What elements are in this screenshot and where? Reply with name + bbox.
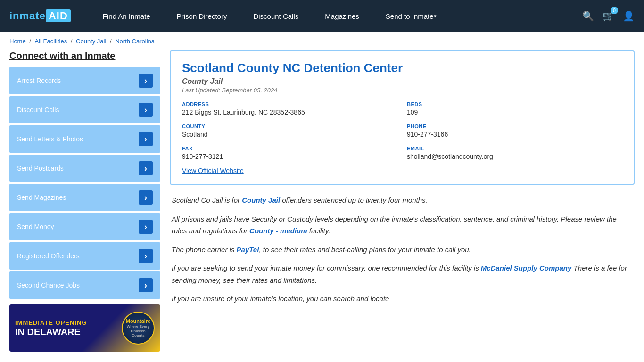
ad-immediate-text: IMMEDIATE OPENING (15, 319, 87, 326)
fax-label: FAX (182, 146, 397, 151)
phone-block: PHONE 910-277-3166 (407, 123, 622, 138)
nav-magazines[interactable]: Magazines (312, 0, 372, 32)
sidebar: Connect with an Inmate Arrest Records › … (9, 50, 160, 352)
nav-find-inmate[interactable]: Find An Inmate (90, 0, 164, 32)
county-jail-link[interactable]: County Jail (242, 196, 280, 204)
phone-value: 910-277-3166 (407, 131, 622, 138)
facility-updated: Last Updated: September 05, 2024 (182, 87, 622, 94)
ad-banner[interactable]: IMMEDIATE OPENING IN DELAWARE Mountaire … (9, 304, 160, 352)
official-website-link[interactable]: View Official Website (182, 167, 622, 174)
sidebar-send-money[interactable]: Send Money › (9, 213, 160, 240)
facility-info-grid: ADDRESS 212 Biggs St, Laurinburg, NC 283… (182, 101, 622, 160)
sidebar-discount-calls[interactable]: Discount Calls › (9, 96, 160, 123)
cart-icon[interactable]: 🛒 0 (603, 10, 614, 22)
sidebar-registered-offenders[interactable]: Registered Offenders › (9, 242, 160, 270)
email-block: EMAIL sholland@scotlandcounty.org (407, 146, 622, 160)
sidebar-title: Connect with an Inmate (9, 50, 160, 61)
content-area: Scotland County NC Detention Center Coun… (170, 50, 635, 352)
arrow-icon: › (139, 74, 153, 88)
county-label: COUNTY (182, 123, 397, 129)
arrow-icon: › (139, 103, 153, 117)
arrow-icon: › (139, 161, 153, 175)
main-container: Connect with an Inmate Arrest Records › … (0, 50, 644, 352)
arrow-icon: › (139, 278, 153, 292)
facility-description: Scotland Co Jail is for County Jail offe… (170, 194, 635, 305)
county-block: COUNTY Scotland (182, 123, 397, 138)
facility-name: Scotland County NC Detention Center (182, 61, 622, 75)
address-label: ADDRESS (182, 101, 397, 107)
search-icon[interactable]: 🔍 (582, 10, 594, 22)
navbar: inmateAID Find An Inmate Prison Director… (0, 0, 644, 32)
facility-card: Scotland County NC Detention Center Coun… (170, 50, 635, 185)
fax-value: 910-277-3121 (182, 153, 397, 160)
nav-prison-directory[interactable]: Prison Directory (164, 0, 240, 32)
fax-block: FAX 910-277-3121 (182, 146, 397, 160)
desc-p3: The phone carrier is PayTel, to see thei… (172, 244, 633, 256)
breadcrumb-home[interactable]: Home (9, 38, 26, 45)
nav-icons: 🔍 🛒 0 👤 (582, 10, 635, 22)
desc-p4: If you are seeking to send your inmate m… (172, 262, 633, 286)
nav-discount-calls[interactable]: Discount Calls (240, 0, 312, 32)
beds-block: BEDS 109 (407, 101, 622, 116)
arrow-icon: › (139, 220, 153, 234)
ad-delaware-text: IN DELAWARE (15, 326, 87, 337)
beds-label: BEDS (407, 101, 622, 107)
user-icon[interactable]: 👤 (623, 10, 635, 22)
phone-label: PHONE (407, 123, 622, 129)
breadcrumb-north-carolina[interactable]: North Carolina (115, 38, 155, 45)
paytel-link[interactable]: PayTel (237, 246, 259, 254)
nav-links: Find An Inmate Prison Directory Discount… (90, 0, 582, 32)
sidebar-send-letters[interactable]: Send Letters & Photos › (9, 125, 160, 153)
breadcrumb: Home / All Facilities / County Jail / No… (0, 32, 644, 50)
breadcrumb-county-jail[interactable]: County Jail (76, 38, 106, 45)
sidebar-arrest-records[interactable]: Arrest Records › (9, 67, 160, 94)
sidebar-second-chance-jobs[interactable]: Second Chance Jobs › (9, 272, 160, 299)
email-label: EMAIL (407, 146, 622, 151)
ad-logo: Mountaire Where Every Chicken Counts (122, 312, 155, 345)
email-value: sholland@scotlandcounty.org (407, 153, 622, 160)
arrow-icon: › (139, 249, 153, 263)
arrow-icon: › (139, 190, 153, 205)
address-block: ADDRESS 212 Biggs St, Laurinburg, NC 283… (182, 101, 397, 116)
cart-badge: 0 (611, 7, 618, 14)
sidebar-send-postcards[interactable]: Send Postcards › (9, 155, 160, 182)
logo[interactable]: inmateAID (9, 10, 71, 22)
desc-p2: All prisons and jails have Security or C… (172, 213, 633, 237)
desc-p1: Scotland Co Jail is for County Jail offe… (172, 194, 633, 206)
sidebar-send-magazines[interactable]: Send Magazines › (9, 184, 160, 211)
breadcrumb-all-facilities[interactable]: All Facilities (35, 38, 67, 45)
nav-send-to-inmate[interactable]: Send to Inmate (372, 0, 450, 32)
mcdaniel-link[interactable]: McDaniel Supply Company (481, 264, 572, 272)
address-value: 212 Biggs St, Laurinburg, NC 28352-3865 (182, 108, 397, 116)
county-medium-link[interactable]: County - medium (249, 227, 307, 235)
arrow-icon: › (139, 132, 153, 146)
desc-p5: If you are unsure of your inmate's locat… (172, 293, 633, 305)
beds-value: 109 (407, 108, 622, 116)
facility-type: County Jail (182, 77, 622, 86)
county-value: Scotland (182, 131, 397, 138)
